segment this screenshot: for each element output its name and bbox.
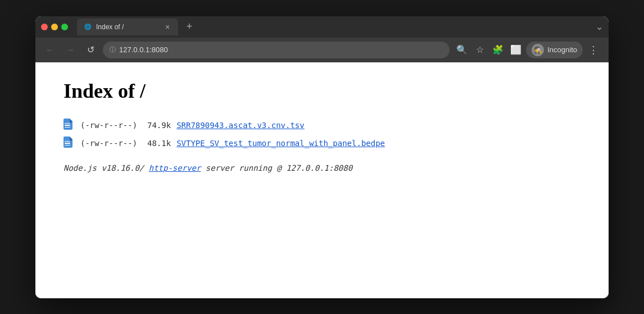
fullscreen-button[interactable] (61, 24, 68, 30)
extension-icon[interactable]: 🧩 (490, 42, 506, 58)
footer-prefix: Node.js v18.16.0/ (64, 163, 149, 172)
file-icon (64, 136, 75, 150)
nav-bar: ← → ↺ ⓘ 127.0.0.1:8080 🔍 ☆ 🧩 ⬜ 🕵 Incogni… (35, 38, 609, 62)
file-size: 74.9k (143, 121, 171, 130)
forward-button[interactable]: → (62, 42, 78, 58)
file-size: 48.1k (143, 139, 171, 148)
tab-favicon-icon: 🌐 (84, 23, 92, 31)
page-title: Index of / (64, 79, 580, 103)
file-permissions: (-rw-r--r--) (80, 139, 137, 148)
list-item: (-rw-r--r--) 48.1k SVTYPE_SV_test_tumor_… (64, 136, 580, 150)
bookmark-icon[interactable]: ☆ (472, 42, 488, 58)
tab-title: Index of / (96, 23, 159, 31)
new-tab-button[interactable]: + (182, 19, 197, 35)
file-link[interactable]: SRR7890943.ascat.v3.cnv.tsv (176, 121, 305, 130)
footer-suffix: server running @ 127.0.0.1:8080 (201, 163, 352, 172)
browser-window: 🌐 Index of / × + ⌄ ← → ↺ ⓘ 127.0.0.1:808… (35, 16, 609, 298)
sidebar-icon[interactable]: ⬜ (508, 42, 524, 58)
address-text: 127.0.0.1:8080 (119, 45, 443, 54)
page-content: Index of / (-rw-r--r--) 74.9k SRR7890943… (35, 62, 609, 298)
browser-menu-button[interactable]: ⋮ (585, 42, 602, 58)
minimize-button[interactable] (51, 24, 58, 30)
http-server-link[interactable]: http-server (149, 163, 201, 172)
list-item: (-rw-r--r--) 74.9k SRR7890943.ascat.v3.c… (64, 119, 580, 132)
window-menu-icon[interactable]: ⌄ (596, 21, 603, 32)
file-icon (64, 119, 75, 132)
tab-close-button[interactable]: × (164, 23, 171, 31)
file-link[interactable]: SVTYPE_SV_test_tumor_normal_with_panel.b… (176, 139, 385, 148)
active-tab[interactable]: 🌐 Index of / × (77, 19, 178, 35)
security-icon: ⓘ (110, 45, 116, 54)
address-bar[interactable]: ⓘ 127.0.0.1:8080 (103, 42, 450, 58)
close-button[interactable] (41, 24, 48, 30)
back-button[interactable]: ← (42, 42, 58, 58)
nav-actions: 🔍 ☆ 🧩 ⬜ 🕵 Incognito ⋮ (454, 42, 602, 58)
reload-button[interactable]: ↺ (83, 42, 98, 58)
incognito-label: Incognito (547, 45, 577, 54)
incognito-avatar-icon: 🕵 (532, 44, 544, 56)
footer-text: Node.js v18.16.0/ http-server server run… (64, 163, 580, 172)
title-bar: 🌐 Index of / × + ⌄ (35, 16, 609, 38)
file-list: (-rw-r--r--) 74.9k SRR7890943.ascat.v3.c… (64, 119, 580, 150)
traffic-lights (41, 24, 68, 30)
search-icon[interactable]: 🔍 (454, 42, 470, 58)
incognito-button[interactable]: 🕵 Incognito (526, 42, 583, 58)
tab-bar: 🌐 Index of / × + (77, 19, 591, 35)
file-permissions: (-rw-r--r--) (80, 121, 137, 130)
